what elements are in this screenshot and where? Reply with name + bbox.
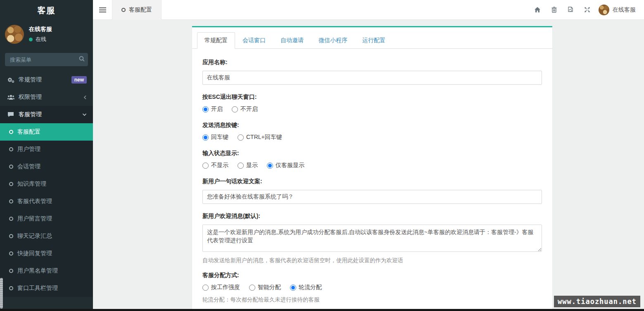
circle-icon — [9, 217, 13, 221]
radio-enter-key[interactable]: 回车键 — [202, 134, 228, 141]
topbar: 客服配置 在线客服 — [93, 0, 644, 20]
sidebar-item-agent-management[interactable]: 客服代表管理 — [0, 193, 93, 210]
circle-icon — [9, 234, 13, 238]
sidebar-item-user-messages[interactable]: 用户留言管理 — [0, 210, 93, 227]
field-label: 应用名称: — [202, 59, 542, 66]
radio-ctrl-enter-key[interactable]: CTRL+回车键 — [238, 134, 282, 141]
sidebar-item-knowledge-base[interactable]: 知识库管理 — [0, 175, 93, 193]
welcome-message-textarea[interactable]: 这是一个欢迎新用户的消息,系统为用户成功分配客服后,自动以该客服身份发送此消息~… — [202, 225, 542, 252]
general-config-form: 应用名称: 按ESC退出聊天窗口: 开启 不开启 发送消息按键: — [192, 49, 552, 311]
field-label: 新用户欢迎消息(默认): — [202, 213, 542, 220]
field-label: 输入状态显示: — [202, 150, 542, 157]
search-button[interactable] — [79, 56, 85, 62]
comment-icon — [6, 112, 15, 117]
sidebar-subitem-label: 用户留言管理 — [17, 215, 52, 222]
tab-wechat-miniprogram[interactable]: 微信小程序 — [311, 32, 355, 49]
chevron-down-icon — [82, 113, 87, 116]
topbar-user-menu[interactable]: 在线客服 — [599, 5, 636, 15]
bottom-edge — [0, 309, 644, 311]
radio-assign-workload[interactable]: 按工作强度 — [202, 284, 240, 291]
new-badge: new — [71, 76, 87, 84]
radio-esc-on[interactable]: 开启 — [202, 105, 223, 113]
sidebar-item-general[interactable]: 常规管理 new — [0, 71, 93, 89]
circle-icon — [9, 147, 13, 151]
circle-icon — [9, 199, 13, 203]
trash-button[interactable] — [546, 0, 562, 20]
sidebar-item-service-config[interactable]: 客服配置 — [0, 123, 93, 141]
sidebar-scrollbar[interactable] — [0, 278, 3, 309]
radio-assign-round-robin[interactable]: 轮流分配 — [290, 284, 322, 291]
sidebar-subitem-label: 知识库管理 — [17, 180, 46, 188]
home-button[interactable] — [529, 0, 546, 20]
sidebar-item-service-management[interactable]: 客服管理 — [0, 106, 93, 123]
assign-mode-help: 轮流分配：每次都分配给最久未进行接待的客服 — [202, 296, 542, 304]
chevron-left-icon — [83, 95, 87, 100]
trash-icon — [551, 7, 557, 13]
user-panel: 在线客服 在线 — [0, 21, 93, 50]
field-welcome-line: 新用户一句话欢迎文案: — [202, 178, 542, 204]
search-icon — [79, 56, 85, 62]
radio-typing-show[interactable]: 显示 — [238, 162, 258, 169]
topbar-tab-service-config[interactable]: 客服配置 — [112, 0, 162, 20]
sidebar-item-quick-replies[interactable]: 快捷回复管理 — [0, 245, 93, 262]
sidebar-item-window-toolbar[interactable]: 窗口工具栏管理 — [0, 280, 93, 297]
circle-icon — [9, 269, 13, 273]
online-status-dot — [29, 38, 33, 41]
radio-assign-smart[interactable]: 智能分配 — [249, 284, 281, 291]
search-input[interactable] — [5, 53, 88, 66]
clear-cache-button[interactable] — [562, 0, 579, 20]
field-assign-mode: 客服分配方式: 按工作强度 智能分配 轮流分配 轮流分配：每次都分 — [202, 272, 542, 304]
tab-chat-window[interactable]: 会话窗口 — [235, 32, 273, 49]
welcome-message-help: 自动发送给新用户的消息，客服代表的欢迎语留空时，使用此处设置的作为欢迎语 — [202, 257, 542, 264]
sidebar-item-user-management[interactable]: 用户管理 — [0, 141, 93, 158]
users-icon — [6, 94, 15, 100]
sidebar-subitem-label: 用户管理 — [17, 146, 40, 153]
tab-general-config[interactable]: 常规配置 — [197, 32, 235, 49]
topbar-tab-label: 客服配置 — [129, 6, 152, 14]
field-label: 发送消息按键: — [202, 122, 542, 129]
config-tabs: 常规配置 会话窗口 自动邀请 微信小程序 运行配置 — [192, 27, 552, 49]
home-icon — [534, 7, 541, 13]
sidebar-item-session-management[interactable]: 会话管理 — [0, 158, 93, 175]
sidebar-item-label: 常规管理 — [19, 76, 71, 84]
field-label: 按ESC退出聊天窗口: — [202, 93, 542, 101]
sidebar-menu: 常规管理 new 权限管理 客服管理 客服配置 — [0, 71, 93, 297]
sidebar-item-chat-records[interactable]: 聊天记录汇总 — [0, 227, 93, 245]
sidebar-item-label: 客服管理 — [19, 111, 82, 118]
sidebar-item-label: 权限管理 — [19, 93, 83, 101]
app-title: 客服 — [0, 0, 93, 21]
radio-typing-hide[interactable]: 不显示 — [202, 162, 228, 169]
sidebar-subitem-label: 窗口工具栏管理 — [17, 285, 58, 292]
radio-esc-off[interactable]: 不开启 — [232, 105, 258, 113]
welcome-line-input[interactable] — [202, 190, 542, 204]
topbar-avatar — [599, 5, 609, 15]
tab-run-config[interactable]: 运行配置 — [355, 32, 393, 49]
sidebar-subitem-label: 聊天记录汇总 — [17, 232, 52, 240]
field-label: 客服分配方式: — [202, 272, 542, 279]
watermark: www.tiaozhuan.net — [554, 296, 640, 307]
topbar-username: 在线客服 — [613, 6, 636, 14]
gears-icon — [6, 77, 15, 83]
circle-icon — [9, 286, 13, 290]
sidebar-toggle-button[interactable] — [93, 0, 112, 20]
sidebar-subitem-label: 客服配置 — [17, 128, 40, 136]
sidebar: 客服 在线客服 在线 常规管理 new — [0, 0, 93, 311]
sidebar-subitem-label: 快捷回复管理 — [17, 250, 52, 257]
field-send-key: 发送消息按键: 回车键 CTRL+回车键 — [202, 122, 542, 141]
sidebar-subitem-label: 会话管理 — [17, 163, 40, 170]
field-app-name: 应用名称: — [202, 59, 542, 85]
sidebar-item-permissions[interactable]: 权限管理 — [0, 89, 93, 106]
tab-auto-invite[interactable]: 自动邀请 — [273, 32, 311, 49]
radio-typing-agent-only[interactable]: 仅客服显示 — [267, 162, 304, 169]
circle-icon — [9, 251, 13, 256]
avatar — [5, 25, 24, 44]
user-status: 在线 — [29, 36, 52, 43]
clear-cache-icon — [568, 7, 574, 13]
app-name-input[interactable] — [202, 71, 542, 85]
fullscreen-button[interactable] — [579, 0, 595, 20]
sidebar-item-blacklist[interactable]: 用户黑名单管理 — [0, 262, 93, 280]
user-status-label: 在线 — [36, 36, 46, 43]
field-esc-exit: 按ESC退出聊天窗口: 开启 不开启 — [202, 93, 542, 113]
circle-icon — [9, 182, 13, 186]
circle-icon — [121, 8, 126, 12]
